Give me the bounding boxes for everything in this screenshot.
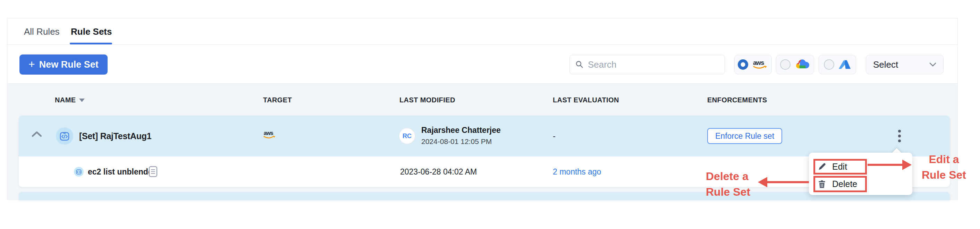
rule-sets-screen: All Rules Rule Sets + New Rule Set aws: [0, 0, 980, 229]
last-modified-cell: Rajarshee Chatterjee 2024-08-01 12:05 PM: [421, 126, 501, 146]
aws-radio[interactable]: [738, 59, 748, 70]
column-header-target: TARGET: [263, 84, 292, 116]
edit-annotation-text: Edit a Rule Set: [916, 152, 972, 183]
plus-icon: +: [29, 59, 35, 70]
provider-toggle-azure[interactable]: [819, 55, 856, 74]
last-evaluation-value: -: [553, 116, 555, 156]
new-rule-set-button[interactable]: + New Rule Set: [19, 54, 108, 75]
active-tab-underline: [70, 43, 112, 45]
edit-arrow-head-icon: [902, 160, 912, 170]
modifier-avatar: RC: [399, 128, 415, 144]
column-header-name[interactable]: NAME: [55, 84, 85, 116]
rule-last-evaluation-link[interactable]: 2 months ago: [553, 156, 601, 187]
rule-set-icon: [56, 127, 73, 145]
target-aws-logo-icon: aws: [263, 129, 278, 142]
menu-item-delete[interactable]: Delete: [817, 177, 904, 191]
delete-annotation-line2: Rule Set: [706, 184, 750, 200]
edit-arrow-line: [867, 164, 903, 166]
collapse-chevron-up-icon[interactable]: [31, 131, 44, 141]
rule-last-modified: 2023-06-28 04:02 AM: [400, 156, 477, 187]
trash-icon: [817, 180, 827, 189]
aws-logo-icon: aws: [752, 59, 768, 70]
modified-timestamp: 2024-08-01 12:05 PM: [421, 137, 501, 146]
toolbar: + New Rule Set aws: [7, 45, 958, 84]
provider-toggle-aws[interactable]: aws: [734, 55, 772, 74]
search-box[interactable]: [570, 55, 725, 74]
kebab-menu-icon[interactable]: [892, 125, 907, 147]
delete-arrow-head-icon: [758, 177, 767, 188]
svg-text:aws: aws: [264, 130, 274, 136]
delete-arrow-line: [766, 181, 809, 183]
new-rule-set-label: New Rule Set: [39, 59, 99, 70]
menu-item-edit[interactable]: Edit: [817, 160, 904, 173]
pencil-icon: [817, 162, 827, 172]
menu-item-delete-label: Delete: [832, 179, 857, 189]
column-header-name-label: NAME: [55, 96, 76, 104]
column-header-last-modified: LAST MODIFIED: [399, 84, 455, 116]
rule-set-name: [Set] RajTestAug1: [79, 116, 151, 156]
azure-radio[interactable]: [824, 59, 834, 70]
chevron-down-icon: [929, 62, 936, 67]
rule-icon: [74, 167, 84, 177]
svg-text:aws: aws: [753, 59, 764, 66]
rule-name: ec2 list unblended: [88, 156, 158, 187]
tab-bar: All Rules Rule Sets: [7, 18, 958, 45]
search-input[interactable]: [588, 59, 719, 70]
azure-logo-icon: [838, 59, 851, 70]
gcp-logo-icon: [795, 59, 810, 70]
gcp-radio[interactable]: [780, 59, 791, 70]
delete-annotation-line1: Delete a: [706, 169, 750, 184]
document-icon[interactable]: [148, 166, 158, 179]
modifier-name: Rajarshee Chatterjee: [421, 126, 501, 135]
enforce-rule-set-button[interactable]: Enforce Rule set: [707, 128, 782, 144]
tab-all-rules[interactable]: All Rules: [24, 18, 60, 45]
provider-toggle-gcp[interactable]: [776, 55, 814, 74]
edit-annotation-line1: Edit a: [916, 152, 972, 167]
sort-descending-icon: [79, 99, 85, 102]
select-dropdown-label: Select: [873, 59, 898, 70]
rule-set-row[interactable]: [Set] RajTestAug1 aws RC Rajarshee Chatt…: [19, 116, 950, 156]
delete-annotation-text: Delete a Rule Set: [706, 169, 750, 200]
context-menu: Edit Delete: [809, 153, 912, 195]
search-icon: [575, 60, 584, 69]
menu-item-edit-label: Edit: [832, 162, 847, 172]
column-header-enforcements: ENFORCEMENTS: [707, 84, 767, 116]
column-header-last-evaluation: LAST EVALUATION: [553, 84, 619, 116]
edit-annotation-line2: Rule Set: [916, 167, 972, 183]
tab-rule-sets[interactable]: Rule Sets: [71, 18, 112, 45]
select-dropdown[interactable]: Select: [866, 55, 943, 74]
